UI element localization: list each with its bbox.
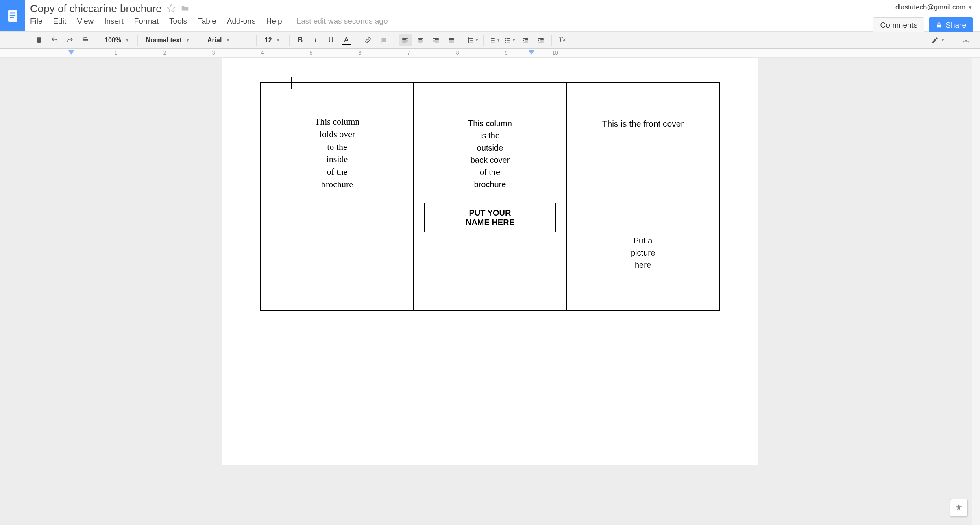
redo-button[interactable] bbox=[63, 34, 76, 46]
folder-icon[interactable] bbox=[181, 4, 189, 14]
vertical-scrollbar[interactable] bbox=[972, 58, 980, 525]
menu-help[interactable]: Help bbox=[266, 17, 282, 26]
menu-format[interactable]: Format bbox=[134, 17, 159, 26]
share-button[interactable]: Share bbox=[929, 17, 973, 33]
align-left-button[interactable] bbox=[399, 34, 412, 46]
svg-point-6 bbox=[505, 42, 506, 43]
menu-table[interactable]: Table bbox=[198, 17, 216, 26]
line-spacing-button[interactable]: ▼ bbox=[466, 34, 479, 46]
header-bar: Copy of chiccarine brochure File Edit Vi… bbox=[0, 0, 980, 32]
underline-button[interactable]: U bbox=[324, 34, 338, 46]
menu-view[interactable]: View bbox=[77, 17, 94, 26]
name-box[interactable]: PUT YOUR NAME HERE bbox=[424, 203, 556, 232]
svg-rect-3 bbox=[10, 17, 14, 18]
align-right-button[interactable] bbox=[429, 34, 442, 46]
font-size-value: 12 bbox=[265, 37, 272, 44]
ruler-num: 3 bbox=[212, 50, 215, 56]
explore-icon bbox=[954, 503, 963, 512]
brochure-col-2[interactable]: This column is the outside back cover of… bbox=[414, 83, 566, 311]
brochure-col-3[interactable]: This is the front cover Put a picture he… bbox=[566, 83, 719, 311]
font-select[interactable]: Arial▼ bbox=[203, 34, 252, 46]
star-icon[interactable] bbox=[167, 4, 176, 14]
ruler-num: 5 bbox=[310, 50, 313, 56]
menu-tools[interactable]: Tools bbox=[169, 17, 187, 26]
menu-insert[interactable]: Insert bbox=[104, 17, 124, 26]
title-zone: Copy of chiccarine brochure File Edit Vi… bbox=[25, 0, 873, 31]
ruler-num: 7 bbox=[407, 50, 410, 56]
document-page[interactable]: This column folds over to the inside of … bbox=[222, 58, 758, 465]
share-label: Share bbox=[945, 21, 966, 30]
ruler-num: 1 bbox=[115, 50, 118, 56]
styles-select[interactable]: Normal text▼ bbox=[142, 34, 195, 46]
menu-file[interactable]: File bbox=[30, 17, 43, 26]
col1-text[interactable]: This column folds over to the inside of … bbox=[268, 116, 406, 191]
comments-label: Comments bbox=[880, 21, 917, 30]
document-area[interactable]: This column folds over to the inside of … bbox=[0, 58, 980, 525]
brochure-table[interactable]: This column folds over to the inside of … bbox=[260, 82, 720, 311]
svg-point-4 bbox=[505, 38, 506, 39]
insert-comment-button[interactable] bbox=[377, 34, 390, 46]
comments-button[interactable]: Comments bbox=[873, 17, 924, 33]
docs-logo[interactable] bbox=[0, 0, 25, 31]
user-email: dlastutech@gmail.com bbox=[895, 3, 965, 11]
numbered-list-button[interactable]: ▼ bbox=[488, 34, 501, 46]
left-margin-marker[interactable] bbox=[68, 50, 74, 55]
col2-text[interactable]: This column is the outside back cover of… bbox=[421, 117, 559, 190]
editing-mode-button[interactable]: ▼ bbox=[931, 34, 945, 46]
zoom-select[interactable]: 100%▼ bbox=[100, 34, 133, 46]
svg-rect-2 bbox=[10, 15, 15, 16]
brochure-col-1[interactable]: This column folds over to the inside of … bbox=[261, 83, 414, 311]
bulleted-list-button[interactable]: ▼ bbox=[503, 34, 516, 46]
collapse-toolbar-button[interactable]: ︽ bbox=[960, 34, 973, 46]
decrease-indent-button[interactable] bbox=[519, 34, 532, 46]
ruler-num: 9 bbox=[505, 50, 508, 56]
italic-button[interactable]: I bbox=[309, 34, 322, 46]
style-value: Normal text bbox=[146, 37, 182, 44]
ruler-num: 8 bbox=[456, 50, 459, 56]
right-margin-marker[interactable] bbox=[529, 50, 534, 55]
document-title[interactable]: Copy of chiccarine brochure bbox=[30, 2, 162, 15]
font-size-select[interactable]: 12▼ bbox=[261, 34, 285, 46]
svg-rect-1 bbox=[10, 12, 15, 13]
toolbar: 100%▼ Normal text▼ Arial▼ 12▼ B I U A ▼ … bbox=[0, 32, 980, 49]
text-color-button[interactable]: A bbox=[340, 34, 353, 46]
ruler-num: 10 bbox=[552, 50, 558, 56]
align-justify-button[interactable] bbox=[445, 34, 458, 46]
col3-picture-placeholder[interactable]: Put a picture here bbox=[574, 234, 712, 271]
undo-button[interactable] bbox=[48, 34, 61, 46]
caret-down-icon: ▼ bbox=[968, 4, 973, 10]
col3-title[interactable]: This is the front cover bbox=[574, 119, 712, 129]
zoom-value: 100% bbox=[105, 37, 121, 44]
font-value: Arial bbox=[207, 37, 222, 44]
ruler-num: 6 bbox=[359, 50, 362, 56]
col2-divider bbox=[427, 198, 553, 198]
clear-formatting-button[interactable]: T✕ bbox=[556, 34, 569, 46]
menu-bar: File Edit View Insert Format Tools Table… bbox=[30, 15, 869, 26]
last-edit-text[interactable]: Last edit was seconds ago bbox=[297, 17, 388, 26]
explore-button[interactable] bbox=[950, 499, 968, 517]
ruler-inner: 1 2 3 4 5 6 7 8 9 10 bbox=[33, 49, 964, 57]
text-cursor bbox=[291, 77, 292, 89]
ruler-num: 4 bbox=[261, 50, 264, 56]
menu-edit[interactable]: Edit bbox=[53, 17, 67, 26]
user-account-menu[interactable]: dlastutech@gmail.com ▼ bbox=[895, 3, 973, 11]
paint-format-button[interactable] bbox=[79, 34, 92, 46]
insert-link-button[interactable] bbox=[362, 34, 375, 46]
align-center-button[interactable] bbox=[414, 34, 427, 46]
increase-indent-button[interactable] bbox=[534, 34, 547, 46]
svg-point-5 bbox=[505, 39, 506, 41]
bold-button[interactable]: B bbox=[294, 34, 307, 46]
docs-icon bbox=[6, 9, 20, 23]
menu-addons[interactable]: Add-ons bbox=[227, 17, 256, 26]
ruler-num: 2 bbox=[163, 50, 166, 56]
horizontal-ruler[interactable]: 1 2 3 4 5 6 7 8 9 10 bbox=[0, 49, 980, 58]
lock-icon bbox=[936, 22, 942, 28]
print-button[interactable] bbox=[33, 34, 46, 46]
